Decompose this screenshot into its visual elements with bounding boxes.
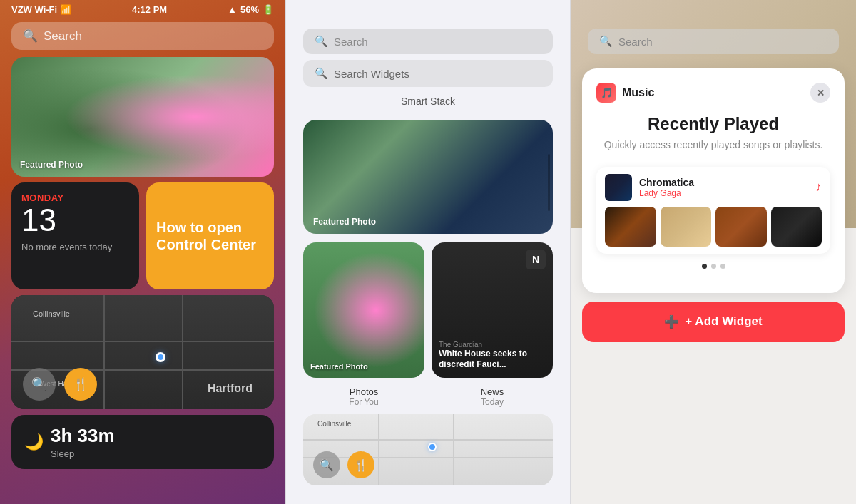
p2-featured-inner: Featured Photo xyxy=(303,120,553,234)
search-bar[interactable]: 🔍 Search xyxy=(11,22,274,50)
status-left: VZW Wi-Fi 📶 xyxy=(11,4,71,15)
dot-1 xyxy=(702,264,707,269)
sleep-time: 3h 33m xyxy=(51,425,115,447)
how-to-text: How to open Control Center xyxy=(156,219,264,253)
search-icon-p3: 🔍 xyxy=(599,35,613,48)
sleep-widget[interactable]: 🌙 3h 33m Sleep xyxy=(11,415,274,469)
music-card: 🎵 Music ✕ Recently Played Quickly access… xyxy=(582,68,845,293)
p3-search-placeholder: Search xyxy=(618,36,653,48)
photos-category: For You xyxy=(303,397,424,407)
p2-news-inner: N The Guardian White House seeks to disc… xyxy=(432,242,553,378)
phone-frame-2: 🔍 Search 🔍 Search Widgets Smart Stack Fe… xyxy=(286,0,570,504)
p2-search-placeholder: Search xyxy=(334,36,368,48)
p2-map-bg: 🔍 🍴 Collinsville xyxy=(303,414,553,485)
p2-news-widget[interactable]: N The Guardian White House seeks to disc… xyxy=(432,242,553,378)
p2-map-food-button[interactable]: 🍴 xyxy=(347,451,374,478)
carrier-label: VZW Wi-Fi xyxy=(11,4,57,15)
p2-map-label-collinsville: Collinsville xyxy=(317,420,351,428)
p2-map-road-h1 xyxy=(303,439,553,441)
location-icon: ▲ xyxy=(228,4,237,15)
search-icon: 🔍 xyxy=(23,29,38,43)
p2-photos-widget[interactable]: Featured Photo xyxy=(303,242,424,378)
how-to-widget[interactable]: How to open Control Center xyxy=(146,182,274,289)
album-name: Chromatica xyxy=(639,177,694,188)
scroll-indicator xyxy=(548,154,550,211)
album-row xyxy=(605,207,822,247)
widgets-row: MONDAY 13 No more events today How to op… xyxy=(11,182,274,289)
featured-photo-widget[interactable]: Featured Photo xyxy=(11,57,274,177)
p3-search-bar[interactable]: 🔍 Search xyxy=(588,29,839,54)
p2-photo-inner: Featured Photo xyxy=(303,242,424,378)
smart-stack-label: Smart Stack xyxy=(303,96,553,107)
p2-map-search-button[interactable]: 🔍 xyxy=(313,451,340,478)
map-food-button[interactable]: 🍴 xyxy=(64,368,97,401)
search-widgets-icon: 🔍 xyxy=(315,67,328,80)
panel-1: VZW Wi-Fi 📶 4:12 PM ▲ 56% 🔋 🔍 Search Fea… xyxy=(0,0,285,504)
calendar-widget[interactable]: MONDAY 13 No more events today xyxy=(11,182,139,289)
news-label: News Today xyxy=(432,386,553,407)
p2-widgets-row: Featured Photo N The Guardian White Hous… xyxy=(303,242,553,378)
battery-label: 56% xyxy=(240,4,259,15)
news-category: Today xyxy=(432,397,553,407)
calendar-date: 13 xyxy=(21,205,129,236)
panel-3: 🔍 Search 🎵 Music ✕ Recently Played Quick… xyxy=(571,0,856,504)
album-details: Chromatica Lady Gaga xyxy=(639,177,694,198)
album-tile-1[interactable] xyxy=(605,207,656,247)
album-info: Chromatica Lady Gaga xyxy=(605,174,694,201)
map-road-v2 xyxy=(182,295,183,409)
photos-app-name: Photos xyxy=(303,386,424,397)
map-label-hartford: Hartford xyxy=(208,382,253,395)
close-button[interactable]: ✕ xyxy=(810,83,830,103)
dots-row xyxy=(596,264,830,269)
album-tile-4[interactable] xyxy=(771,207,822,247)
now-playing-card[interactable]: Chromatica Lady Gaga ♪ xyxy=(596,167,830,254)
p2-search-area: 🔍 Search 🔍 Search Widgets Smart Stack xyxy=(286,0,570,120)
status-bar: VZW Wi-Fi 📶 4:12 PM ▲ 56% 🔋 xyxy=(0,0,285,15)
sleep-icon: 🌙 xyxy=(24,433,44,451)
photos-label: Photos For You xyxy=(303,386,424,407)
map-search-button[interactable]: 🔍 xyxy=(23,368,56,401)
album-tile-2[interactable] xyxy=(661,207,712,247)
p2-map-road-v1 xyxy=(378,414,379,485)
music-card-header: 🎵 Music ✕ xyxy=(596,83,830,103)
maps-widget[interactable]: Collinsville West Hartford Hartford 🔍 🍴 xyxy=(11,295,274,409)
sleep-info: 3h 33m Sleep xyxy=(51,425,115,459)
status-right: ▲ 56% 🔋 xyxy=(228,4,274,15)
album-tile-3[interactable] xyxy=(715,207,767,247)
recently-played-title: Recently Played xyxy=(596,114,830,134)
p2-featured-widget[interactable]: Featured Photo xyxy=(303,120,553,234)
news-content: The Guardian White House seeks to discre… xyxy=(439,341,546,371)
music-app-title: Music xyxy=(622,86,654,99)
p2-search-bar-top[interactable]: 🔍 Search xyxy=(303,29,553,54)
search-icon-p2: 🔍 xyxy=(315,35,328,48)
news-source: The Guardian xyxy=(439,341,546,349)
news-logo: N xyxy=(526,250,546,269)
music-icon-title: 🎵 Music xyxy=(596,83,654,103)
calendar-info: No more events today xyxy=(21,242,129,254)
map-location-dot xyxy=(156,352,165,362)
map-buttons: 🔍 🍴 xyxy=(23,368,97,401)
featured-label: Featured Photo xyxy=(20,160,83,170)
add-widget-button[interactable]: ➕ + Add Widget xyxy=(582,302,845,342)
artist-name: Lady Gaga xyxy=(639,188,694,198)
p2-map-dot xyxy=(428,443,437,451)
p2-maps-widget[interactable]: 🔍 🍴 Collinsville xyxy=(303,414,553,485)
map-road-h1 xyxy=(11,341,274,342)
news-app-name: News xyxy=(432,386,553,397)
p3-search-top: 🔍 Search xyxy=(571,0,856,60)
news-headline: White House seeks to discredit Fauci... xyxy=(439,349,546,371)
wifi-icon: 📶 xyxy=(60,4,71,15)
panel-2: 🔍 Search 🔍 Search Widgets Smart Stack Fe… xyxy=(285,0,571,504)
p2-featured-label: Featured Photo xyxy=(313,217,376,227)
map-label-collinsville: Collinsville xyxy=(33,309,70,318)
p2-search-widgets-placeholder: Search Widgets xyxy=(334,68,409,80)
calendar-day: MONDAY xyxy=(21,192,129,203)
p2-search-widgets-bar[interactable]: 🔍 Search Widgets xyxy=(303,60,553,87)
now-playing-top: Chromatica Lady Gaga ♪ xyxy=(605,174,822,201)
sleep-label: Sleep xyxy=(51,448,115,459)
time-label: 4:12 PM xyxy=(132,4,167,15)
recently-played-subtitle: Quickly access recently played songs or … xyxy=(596,138,830,153)
add-widget-icon: ➕ xyxy=(664,314,679,329)
music-note-icon: ♪ xyxy=(815,180,822,195)
search-placeholder: Search xyxy=(44,29,82,43)
